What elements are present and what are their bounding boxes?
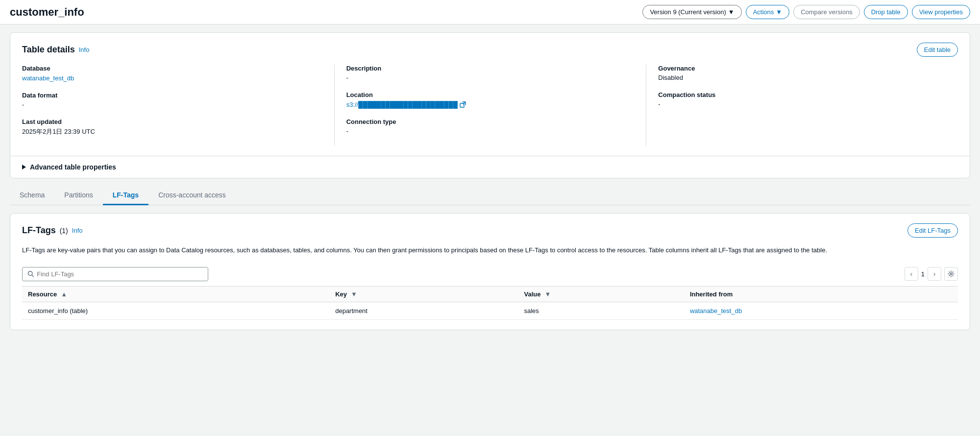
table-toolbar: ‹ 1 › — [22, 262, 958, 286]
last-updated-detail: Last updated 2025年2月1日 23:39 UTC — [22, 118, 322, 136]
drop-table-label: Drop table — [871, 8, 901, 16]
data-format-value: - — [22, 101, 322, 108]
drop-table-button[interactable]: Drop table — [864, 5, 908, 19]
tabs-container: Schema Partitions LF-Tags Cross-account … — [10, 186, 970, 205]
governance-detail: Governance Disabled — [658, 65, 946, 81]
pagination-controls: ‹ 1 › — [905, 267, 958, 281]
info-link[interactable]: Info — [79, 46, 90, 53]
inherited-from-link[interactable]: watanabe_test_db — [690, 307, 742, 315]
location-detail: Location s3://██████████████████████ — [346, 91, 635, 108]
governance-value: Disabled — [658, 74, 946, 81]
details-col-2: Description - Location s3://████████████… — [334, 65, 646, 146]
search-box[interactable] — [22, 267, 208, 281]
col-value[interactable]: Value ▼ — [518, 286, 684, 302]
table-settings-button[interactable] — [944, 267, 958, 281]
lf-tags-info-link[interactable]: Info — [72, 227, 83, 234]
cell-inherited-from: watanabe_test_db — [684, 302, 958, 319]
actions-label: Actions — [753, 8, 774, 16]
main-content: Table details Info Edit table Database w… — [0, 24, 980, 346]
table-details-body: Table details Info Edit table Database w… — [10, 33, 970, 156]
view-properties-label: View properties — [919, 8, 963, 16]
database-value[interactable]: watanabe_test_db — [22, 74, 74, 82]
card-title-area: Table details Info — [22, 45, 89, 55]
cell-resource: customer_info (table) — [22, 302, 329, 319]
table-details-title: Table details Info — [22, 45, 89, 55]
svg-line-3 — [32, 275, 33, 276]
col-resource[interactable]: Resource ▲ — [22, 286, 329, 302]
external-link-icon — [460, 101, 466, 108]
lf-tags-description: LF-Tags are key-value pairs that you can… — [22, 245, 958, 255]
location-link[interactable]: s3://██████████████████████ — [346, 101, 466, 108]
prev-page-button[interactable]: ‹ — [905, 267, 918, 281]
view-properties-button[interactable]: View properties — [912, 5, 970, 19]
description-value: - — [346, 74, 635, 81]
cell-value: sales — [518, 302, 684, 319]
header-actions: Version 9 (Current version) ▼ Actions ▼ … — [642, 5, 970, 19]
tab-schema[interactable]: Schema — [10, 186, 54, 205]
search-icon — [27, 270, 34, 277]
table-header: Resource ▲ Key ▼ Value — [22, 286, 958, 302]
search-input[interactable] — [37, 270, 203, 278]
lf-tags-count: (1) — [60, 227, 68, 235]
location-value: s3://██████████████████████ — [346, 101, 458, 108]
card-header-row: Table details Info Edit table — [22, 43, 958, 57]
database-detail: Database watanabe_test_db — [22, 65, 322, 82]
svg-point-4 — [950, 273, 952, 275]
table-row: customer_info (table) department sales w… — [22, 302, 958, 319]
chevron-down-icon: ▼ — [776, 8, 782, 16]
advanced-label: Advanced table properties — [30, 163, 116, 171]
version-label: Version 9 (Current version) — [650, 8, 726, 16]
connection-type-value: - — [346, 127, 635, 135]
page-title: customer_info — [10, 6, 84, 19]
lf-tags-title: LF-Tags (1) Info — [22, 225, 82, 236]
lf-tags-body: LF-Tags (1) Info Edit LF-Tags LF-Tags ar… — [10, 214, 970, 330]
compaction-value: - — [658, 100, 946, 108]
table-details-card: Table details Info Edit table Database w… — [10, 32, 970, 178]
table-body: customer_info (table) department sales w… — [22, 302, 958, 319]
chevron-down-icon: ▼ — [728, 8, 735, 16]
gear-icon — [948, 270, 955, 277]
description-detail: Description - — [346, 65, 635, 81]
tab-partitions[interactable]: Partitions — [54, 186, 102, 205]
compaction-detail: Compaction status - — [658, 91, 946, 108]
page-number: 1 — [921, 270, 925, 278]
lf-tags-card: LF-Tags (1) Info Edit LF-Tags LF-Tags ar… — [10, 213, 970, 330]
compare-versions-button[interactable]: Compare versions — [793, 5, 860, 19]
details-col-1: Database watanabe_test_db Data format - … — [22, 65, 334, 146]
tab-lf-tags[interactable]: LF-Tags — [103, 186, 148, 205]
connection-type-detail: Connection type - — [346, 118, 635, 135]
compare-versions-label: Compare versions — [801, 8, 853, 16]
sort-desc-icon: ▼ — [351, 291, 357, 298]
cell-key: department — [329, 302, 518, 319]
col-key[interactable]: Key ▼ — [329, 286, 518, 302]
lf-tags-header-row: LF-Tags (1) Info Edit LF-Tags — [22, 223, 958, 238]
details-col-3: Governance Disabled Compaction status - — [646, 65, 958, 146]
sort-asc-icon: ▲ — [61, 291, 67, 298]
details-grid: Database watanabe_test_db Data format - … — [22, 65, 958, 146]
data-format-detail: Data format - — [22, 92, 322, 108]
sort-desc-icon: ▼ — [544, 291, 551, 298]
advanced-table-properties[interactable]: Advanced table properties — [10, 156, 970, 178]
col-inherited-from: Inherited from — [684, 286, 958, 302]
tab-cross-account[interactable]: Cross-account access — [148, 186, 236, 205]
edit-table-button[interactable]: Edit table — [917, 43, 958, 57]
lf-tags-table: Resource ▲ Key ▼ Value — [22, 286, 958, 320]
triangle-right-icon — [22, 165, 26, 170]
next-page-button[interactable]: › — [928, 267, 941, 281]
version-selector[interactable]: Version 9 (Current version) ▼ — [642, 5, 741, 19]
actions-button[interactable]: Actions ▼ — [746, 5, 790, 19]
last-updated-value: 2025年2月1日 23:39 UTC — [22, 127, 322, 136]
edit-lf-tags-button[interactable]: Edit LF-Tags — [907, 223, 958, 238]
page-header: customer_info Version 9 (Current version… — [0, 0, 980, 24]
